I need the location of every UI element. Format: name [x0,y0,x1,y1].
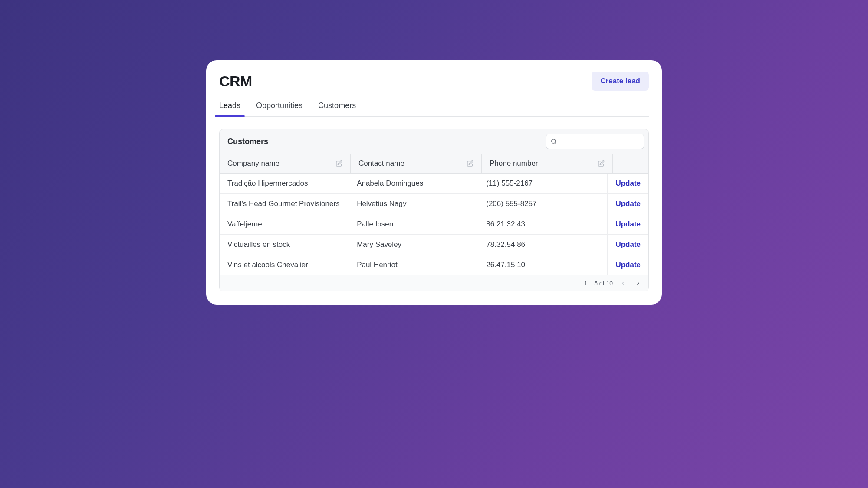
table-row: Tradição Hipermercados Anabela Domingues… [220,174,648,194]
edit-icon [335,160,342,167]
cell-company: Tradição Hipermercados [220,174,349,193]
table-row: Victuailles en stock Mary Saveley 78.32.… [220,235,648,255]
cell-company: Trail's Head Gourmet Provisioners [220,194,349,214]
cell-actions: Update [608,214,648,234]
page-title: CRM [219,73,252,90]
update-button[interactable]: Update [615,220,641,229]
customers-table: Customers Company name Contact name [219,129,649,291]
search-wrap [546,134,644,149]
chevron-right-icon [635,280,641,286]
create-lead-button[interactable]: Create lead [592,72,649,91]
cell-phone: 86 21 32 43 [478,214,608,234]
cell-actions: Update [608,255,648,275]
cell-company: Vins et alcools Chevalier [220,255,349,275]
update-button[interactable]: Update [615,200,641,208]
col-phone[interactable]: Phone number [482,154,613,173]
col-phone-label: Phone number [490,159,538,168]
cell-contact: Helvetius Nagy [349,194,478,214]
crm-card: CRM Create lead Leads Opportunities Cust… [206,60,662,305]
cell-company: Vaffeljernet [220,214,349,234]
col-contact-label: Contact name [358,159,404,168]
header-row: CRM Create lead [219,72,649,91]
cell-phone: (206) 555-8257 [478,194,608,214]
table-row: Trail's Head Gourmet Provisioners Helvet… [220,194,648,214]
update-button[interactable]: Update [615,240,641,249]
pagination-next-button[interactable] [634,279,642,288]
table-title: Customers [227,137,268,146]
cell-phone: (11) 555-2167 [478,174,608,193]
tab-customers[interactable]: Customers [318,101,356,116]
tab-opportunities[interactable]: Opportunities [256,101,302,116]
tab-leads[interactable]: Leads [219,101,240,116]
column-headers: Company name Contact name Phone number [220,154,648,174]
pagination-range: 1 – 5 of 10 [584,280,613,287]
cell-contact: Mary Saveley [349,235,478,255]
cell-company: Victuailles en stock [220,235,349,255]
pagination-prev-button[interactable] [619,279,628,288]
cell-phone: 78.32.54.86 [478,235,608,255]
table-row: Vins et alcools Chevalier Paul Henriot 2… [220,255,648,275]
table-row: Vaffeljernet Palle Ibsen 86 21 32 43 Upd… [220,214,648,235]
table-header: Customers [220,129,648,154]
cell-contact: Palle Ibsen [349,214,478,234]
svg-line-1 [555,143,556,144]
col-actions [613,154,648,173]
cell-phone: 26.47.15.10 [478,255,608,275]
cell-contact: Anabela Domingues [349,174,478,193]
cell-actions: Update [608,235,648,255]
cell-contact: Paul Henriot [349,255,478,275]
svg-point-0 [552,139,556,143]
col-contact[interactable]: Contact name [351,154,482,173]
edit-icon [467,160,473,167]
edit-icon [598,160,605,167]
update-button[interactable]: Update [615,179,641,188]
chevron-left-icon [620,280,626,286]
cell-actions: Update [608,174,648,193]
search-input[interactable] [546,134,644,149]
pagination: 1 – 5 of 10 [220,275,648,291]
search-icon [550,138,557,145]
tabs: Leads Opportunities Customers [219,101,649,117]
cell-actions: Update [608,194,648,214]
col-company-label: Company name [227,159,279,168]
col-company[interactable]: Company name [220,154,351,173]
update-button[interactable]: Update [615,261,641,269]
